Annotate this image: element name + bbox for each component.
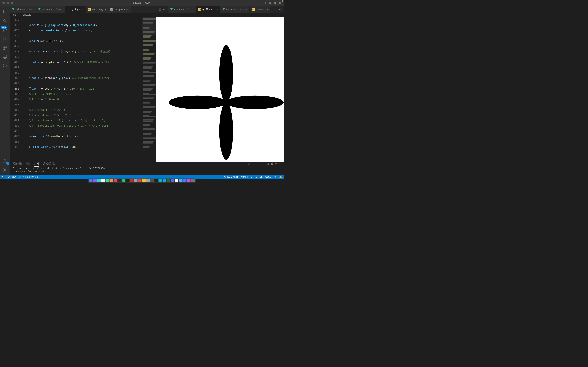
close-panel-icon[interactable]: ✕ bbox=[279, 162, 281, 165]
breadcrumb[interactable]: glsl › ⬚ grid.glsl bbox=[10, 13, 284, 17]
tab-label: index.vue bbox=[42, 8, 52, 11]
gitlens-icon[interactable] bbox=[0, 61, 10, 70]
dock-app-icon[interactable] bbox=[89, 179, 93, 182]
status-indent[interactable]: 空格: 4 bbox=[241, 175, 248, 178]
more-actions-right-icon[interactable]: ⋯ bbox=[279, 8, 282, 11]
dock-app-icon[interactable] bbox=[171, 179, 174, 182]
minimap-viewport[interactable] bbox=[142, 17, 156, 35]
close-tab-icon[interactable]: × bbox=[82, 8, 84, 11]
dock-app-icon[interactable] bbox=[105, 179, 109, 182]
toggle-sidebar-icon[interactable]: ▣ bbox=[268, 1, 272, 4]
breadcrumb-seg[interactable]: grid.glsl bbox=[23, 13, 31, 16]
new-terminal-icon[interactable]: ＋ bbox=[258, 162, 260, 165]
dock-app-icon[interactable] bbox=[122, 179, 125, 182]
window-minimize-button[interactable] bbox=[7, 2, 9, 4]
dock-app-icon[interactable] bbox=[97, 179, 101, 182]
kill-terminal-icon[interactable]: 🗑 bbox=[271, 162, 273, 165]
editor-tab[interactable]: ndex.vue.../user bbox=[10, 6, 36, 13]
dock-app-icon[interactable] bbox=[109, 179, 113, 182]
tab-path: .../user bbox=[27, 8, 34, 10]
panel-tab-output[interactable]: 输出 bbox=[26, 162, 31, 165]
toggle-panel-icon[interactable]: ◫ bbox=[264, 1, 267, 4]
dock-app-icon[interactable] bbox=[101, 179, 105, 182]
status-sync[interactable]: ⟳ bbox=[19, 175, 21, 178]
dock-app-icon[interactable] bbox=[187, 179, 190, 182]
dock-app-icon[interactable] bbox=[118, 179, 121, 182]
editor-tab[interactable]: index.vue.../camera bbox=[220, 6, 250, 13]
close-tab-icon[interactable]: × bbox=[216, 8, 218, 11]
dock-app-icon[interactable] bbox=[150, 179, 154, 182]
editor-tab[interactable]: JSglslCanvas× bbox=[196, 6, 220, 13]
line-gutter: 4724734744754764774784794804814824834844… bbox=[10, 17, 21, 160]
dock-app-icon[interactable] bbox=[130, 179, 133, 182]
tab-label: .env.productio bbox=[114, 8, 130, 11]
window-titlebar: grid.glsl — www ◫ ▣ ◨ ▦ bbox=[0, 0, 284, 6]
dock-app-icon[interactable] bbox=[93, 179, 96, 182]
explorer-icon[interactable] bbox=[0, 7, 10, 16]
dock-app-icon[interactable] bbox=[142, 179, 146, 182]
vue-file-icon bbox=[170, 8, 173, 11]
dock-app-icon[interactable] bbox=[163, 179, 166, 182]
notifications-icon[interactable]: 🔔 bbox=[279, 175, 282, 178]
customize-layout-icon[interactable]: ▦ bbox=[278, 1, 282, 4]
editor-tab[interactable]: index.vue.../camera bbox=[36, 6, 66, 13]
svg-rect-5 bbox=[3, 46, 5, 48]
dock-app-icon[interactable] bbox=[183, 179, 186, 182]
status-cursor[interactable]: 行 485，列 24 bbox=[224, 175, 238, 178]
code-editor[interactable]: 4724734744754764774784794804814824834844… bbox=[10, 17, 142, 160]
dock-app-icon[interactable] bbox=[138, 179, 141, 182]
settings-gear-icon[interactable] bbox=[0, 166, 10, 175]
window-close-button[interactable] bbox=[2, 2, 5, 4]
chevron-right-icon: › bbox=[17, 13, 18, 16]
code-content[interactable]: { vec2 st = gl_FragCoord.xy / u_resoluti… bbox=[21, 17, 142, 160]
window-maximize-button[interactable] bbox=[11, 2, 13, 4]
dock-app-icon[interactable] bbox=[154, 179, 158, 182]
minimap[interactable] bbox=[142, 17, 156, 160]
breadcrumb-seg[interactable]: glsl bbox=[13, 13, 16, 16]
status-language[interactable]: GLSL bbox=[265, 175, 271, 178]
dock-app-icon[interactable] bbox=[126, 179, 129, 182]
dock-app-icon[interactable] bbox=[146, 179, 150, 182]
dock-app-icon[interactable] bbox=[191, 179, 195, 182]
dock-app-icon[interactable] bbox=[179, 179, 182, 182]
dock-app-icon[interactable] bbox=[167, 179, 170, 182]
terminal-output[interactable]: For more details, please visit https://s… bbox=[10, 167, 284, 175]
dock-app-icon[interactable] bbox=[175, 179, 178, 182]
source-control-icon[interactable]: 50K+ bbox=[0, 25, 10, 34]
tab-label: index.vue bbox=[226, 8, 237, 11]
terminal-shell-label[interactable]: ▷ bash bbox=[248, 162, 256, 165]
editor-tab[interactable]: ⚙.env.productio bbox=[108, 6, 132, 13]
dock-app-icon[interactable] bbox=[134, 179, 138, 182]
panel-tab-terminal[interactable]: 终端 bbox=[34, 162, 39, 165]
vue-file-icon bbox=[222, 8, 225, 11]
maximize-panel-icon[interactable]: ^ bbox=[276, 162, 277, 165]
status-branch[interactable]: ⎇ dev* bbox=[8, 175, 16, 178]
remote-indicator[interactable]: ⇄ bbox=[0, 175, 5, 179]
terminal-dropdown-icon[interactable]: ⌄ bbox=[263, 162, 265, 165]
svg-point-4 bbox=[6, 29, 7, 30]
sync-icon: ⟳ bbox=[19, 175, 21, 178]
extensions-icon[interactable] bbox=[0, 43, 10, 52]
split-terminal-icon[interactable]: ◫ bbox=[267, 162, 269, 165]
search-icon[interactable] bbox=[0, 16, 10, 25]
editor-tab[interactable]: index.vue.../scene bbox=[168, 6, 196, 13]
activity-bar: 50K+ 1 bbox=[0, 6, 10, 175]
dock-app-icon[interactable] bbox=[158, 179, 162, 182]
status-encoding[interactable]: UTF-8 bbox=[251, 175, 257, 178]
editor-tab[interactable]: JScommon.js bbox=[250, 6, 270, 13]
split-editor-icon[interactable]: ◫ bbox=[159, 8, 161, 11]
panel-tab-problems[interactable]: 问题2 bbox=[13, 162, 22, 165]
editor-tab[interactable]: JSvue.config.js bbox=[86, 6, 108, 13]
run-debug-icon[interactable] bbox=[0, 34, 10, 43]
account-icon[interactable]: 1 bbox=[0, 157, 10, 166]
editor-tab[interactable]: ⬚grid.glsl× bbox=[66, 6, 86, 13]
notification-dot bbox=[282, 0, 283, 2]
more-actions-icon[interactable]: ⋯ bbox=[163, 8, 165, 11]
toggle-layout-icon[interactable]: ◨ bbox=[273, 1, 277, 4]
feedback-icon[interactable]: ☺ bbox=[274, 175, 276, 178]
panel-tab-debug[interactable]: 调试控制台 bbox=[43, 162, 55, 165]
status-eol[interactable]: LF bbox=[260, 175, 263, 178]
status-problems[interactable]: ⓧ0 ⚠0 ⓘ2 bbox=[24, 175, 38, 178]
dock-app-icon[interactable] bbox=[113, 179, 117, 182]
remote-explorer-icon[interactable] bbox=[0, 52, 10, 61]
